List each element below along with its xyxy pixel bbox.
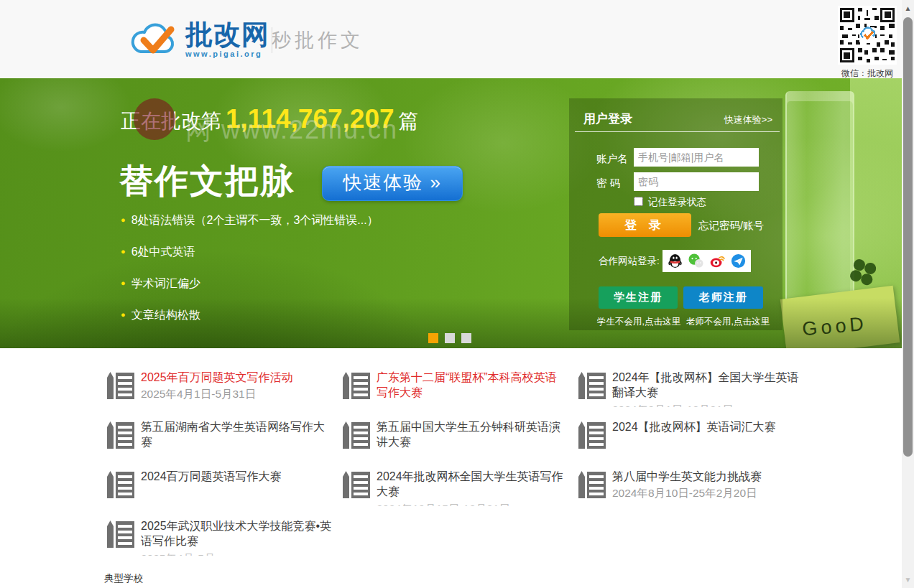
scrollbar-up-arrow[interactable]: ▲	[902, 4, 914, 12]
brand-url: www.pigai.org	[185, 50, 269, 58]
news-column-1: 2025年百万同题英文写作活动 2025年4月1日-5月31日 第五届湖南省大学…	[104, 370, 340, 568]
pencil-document-icon	[576, 370, 607, 401]
site-logo[interactable]: 批改网 www.pigai.org	[128, 19, 269, 60]
pencil-document-icon	[576, 469, 607, 500]
password-input[interactable]	[634, 172, 759, 191]
counter-suffix: 篇	[399, 110, 419, 132]
news-item[interactable]: 2024【批改网杯】英语词汇大赛	[576, 419, 811, 469]
partner-login-label: 合作网站登录:	[599, 255, 660, 268]
pencil-document-icon	[104, 370, 136, 401]
news-title[interactable]: 2024年批改网杯全国大学生英语写作大赛	[377, 469, 568, 499]
note-text: GooD	[781, 287, 898, 342]
quick-experience-link[interactable]: 快速体验>>	[724, 113, 772, 126]
counter-number: 1,114,767,207	[221, 104, 399, 134]
news-section: 2025年百万同题英文写作活动 2025年4月1日-5月31日 第五届湖南省大学…	[104, 348, 914, 568]
login-divider	[575, 131, 780, 132]
news-item[interactable]: 2024百万同题英语写作大赛	[104, 469, 340, 518]
pencil-document-icon	[576, 419, 607, 451]
news-title[interactable]: 2025年武汉职业技术大学技能竞赛•英语写作比赛	[141, 518, 332, 549]
bullet-item: 6处中式英语	[121, 245, 379, 260]
news-column-3: 2024年【批改网杯】全国大学生英语翻译大赛 2024年9月1日-12月31日 …	[576, 370, 811, 568]
news-item[interactable]: 2025年百万同题英文写作活动 2025年4月1日-5月31日	[104, 370, 340, 419]
page-scrollbar[interactable]: ▲ ▼	[902, 0, 914, 588]
bullet-item: 8处语法错误（2个主谓不一致，3个词性错误...）	[121, 213, 379, 228]
news-title[interactable]: 第五届湖南省大学生英语网络写作大赛	[141, 419, 332, 449]
login-panel: 用户登录 快速体验>> 账户名 密 码 记住登录状态 登 录 忘记密码/账号 合…	[569, 98, 783, 330]
teacher-register-button[interactable]: 老师注册	[683, 286, 763, 309]
news-title[interactable]: 第五届中国大学生五分钟科研英语演讲大赛	[377, 419, 568, 449]
pencil-document-icon	[340, 370, 371, 401]
news-item[interactable]: 2025年武汉职业技术大学技能竞赛•英语写作比赛 2025年4月-5月	[104, 518, 340, 568]
pencil-document-icon	[104, 518, 136, 550]
news-item[interactable]: 第五届中国大学生五分钟科研英语演讲大赛	[340, 419, 576, 469]
pencil-document-icon	[340, 419, 371, 451]
news-date: 2024年8月10日-25年2月20日	[612, 486, 803, 500]
counter-prefix: 正在批改第	[121, 110, 221, 132]
bullet-item: 文章结构松散	[121, 308, 379, 323]
student-register-button[interactable]: 学生注册	[599, 286, 678, 309]
news-title[interactable]: 2024【批改网杯】英语词汇大赛	[612, 419, 803, 434]
site-header: 批改网 www.pigai.org 秒批作文 微信：批改网	[0, 0, 902, 78]
scrollbar-down-arrow[interactable]: ▼	[902, 576, 914, 584]
account-label: 账户名	[596, 152, 628, 166]
scrollbar-thumb[interactable]	[903, 17, 913, 457]
remember-label: 记住登录状态	[648, 196, 706, 209]
qq-login-icon[interactable]	[667, 253, 683, 269]
wechat-login-icon[interactable]	[688, 253, 704, 269]
quick-try-button[interactable]: 快速体验 »	[322, 166, 463, 201]
hero-banner: GooD 网 www.22mu.cn 正在批改第1,114,767,207篇 替…	[0, 78, 902, 348]
wechat-qr-box: 微信：批改网	[838, 6, 897, 80]
feature-bullet-list: 8处语法错误（2个主谓不一致，3个词性错误...） 6处中式英语 学术词汇偏少 …	[121, 213, 379, 340]
hero-headline: 替作文把脉	[119, 159, 295, 204]
news-item[interactable]: 2024年【批改网杯】全国大学生英语翻译大赛 2024年9月1日-12月31日	[576, 370, 811, 419]
news-date: 2025年4月1日-5月31日	[141, 387, 332, 401]
account-input[interactable]	[634, 148, 759, 167]
cloud-check-logo-icon	[128, 19, 181, 60]
pencil-document-icon	[104, 419, 136, 451]
news-title[interactable]: 2024百万同题英语写作大赛	[141, 469, 332, 484]
remember-checkbox[interactable]	[634, 197, 643, 206]
login-button[interactable]: 登 录	[599, 213, 691, 237]
news-date-clipped: 2024年10月15日-12月31日	[377, 502, 568, 506]
news-item[interactable]: 第八届中学生英文能力挑战赛 2024年8月10日-25年2月20日	[576, 469, 811, 518]
news-title[interactable]: 第八届中学生英文能力挑战赛	[612, 469, 803, 484]
carousel-dots	[428, 333, 471, 343]
password-label: 密 码	[596, 177, 620, 190]
news-item[interactable]: 广东第十二届“联盟杯”本科高校英语写作大赛	[340, 370, 576, 419]
schools-section-title: 典型学校	[104, 572, 914, 585]
teacher-help-link[interactable]: 老师不会用,点击这里	[686, 316, 770, 328]
weibo-login-icon[interactable]	[709, 253, 726, 269]
news-item[interactable]: 第五届湖南省大学生英语网络写作大赛	[104, 419, 340, 469]
news-date-clipped: 2025年4月-5月	[141, 551, 332, 556]
carousel-dot-3[interactable]	[461, 333, 471, 343]
bullet-item: 学术词汇偏少	[121, 276, 379, 291]
forgot-password-link[interactable]: 忘记密码/账号	[698, 219, 764, 233]
news-column-2: 广东第十二届“联盟杯”本科高校英语写作大赛 第五届中国大学生五分钟科研英语演讲大…	[340, 370, 576, 568]
login-title: 用户登录	[583, 111, 632, 127]
news-title[interactable]: 2025年百万同题英文写作活动	[141, 370, 332, 385]
pencil-document-icon	[340, 469, 371, 500]
student-help-link[interactable]: 学生不会用,点击这里	[597, 316, 680, 328]
essay-counter: 正在批改第1,114,767,207篇	[121, 104, 419, 135]
news-item[interactable]: 2024年批改网杯全国大学生英语写作大赛 2024年10月15日-12月31日	[340, 469, 576, 518]
yixin-login-icon[interactable]	[730, 253, 747, 269]
qr-code-image	[838, 6, 897, 65]
brand-name: 批改网	[185, 21, 269, 48]
partner-login-strip	[663, 250, 751, 272]
pencil-document-icon	[104, 469, 136, 500]
news-title[interactable]: 广东第十二届“联盟杯”本科高校英语写作大赛	[377, 370, 568, 400]
news-title[interactable]: 2024年【批改网杯】全国大学生英语翻译大赛	[612, 370, 803, 400]
site-tagline: 秒批作文	[272, 27, 364, 53]
carousel-dot-2[interactable]	[445, 333, 455, 343]
news-date-clipped: 2024年9月1日-12月31日	[612, 403, 803, 407]
carousel-dot-1[interactable]	[428, 333, 438, 343]
